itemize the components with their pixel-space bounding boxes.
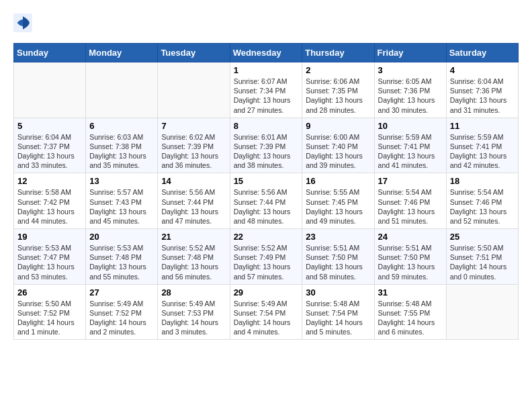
day-info: Sunrise: 5:51 AM Sunset: 7:50 PM Dayligh… [378,243,443,281]
calendar-table: SundayMondayTuesdayWednesdayThursdayFrid… [13,43,519,340]
day-info: Sunrise: 5:48 AM Sunset: 7:54 PM Dayligh… [306,299,370,337]
calendar-cell: 20Sunrise: 5:53 AM Sunset: 7:48 PM Dayli… [86,229,158,285]
day-info: Sunrise: 6:04 AM Sunset: 7:36 PM Dayligh… [450,77,515,115]
day-info: Sunrise: 6:05 AM Sunset: 7:36 PM Dayligh… [378,77,443,115]
day-number: 27 [89,287,154,298]
calendar-body: 1Sunrise: 6:07 AM Sunset: 7:34 PM Daylig… [14,62,519,340]
day-info: Sunrise: 5:55 AM Sunset: 7:45 PM Dayligh… [306,187,370,226]
calendar-cell: 5Sunrise: 6:04 AM Sunset: 7:37 PM Daylig… [14,118,86,173]
day-number: 20 [89,232,154,242]
day-number: 22 [234,232,299,242]
day-number: 3 [378,65,443,75]
day-info: Sunrise: 5:58 AM Sunset: 7:42 PM Dayligh… [17,187,82,226]
calendar-cell [86,62,158,118]
day-info: Sunrise: 5:54 AM Sunset: 7:46 PM Dayligh… [378,187,443,226]
day-number: 2 [306,65,370,75]
day-number: 26 [17,287,82,298]
day-info: Sunrise: 5:59 AM Sunset: 7:41 PM Dayligh… [378,132,443,171]
calendar-cell [446,284,518,340]
calendar-cell: 8Sunrise: 6:01 AM Sunset: 7:39 PM Daylig… [230,118,302,173]
calendar-cell: 15Sunrise: 5:56 AM Sunset: 7:44 PM Dayli… [230,173,302,229]
calendar-cell: 27Sunrise: 5:49 AM Sunset: 7:52 PM Dayli… [86,284,158,340]
column-header-monday: Monday [86,44,158,62]
day-info: Sunrise: 5:50 AM Sunset: 7:52 PM Dayligh… [17,299,82,337]
day-number: 28 [161,287,226,298]
calendar-cell: 26Sunrise: 5:50 AM Sunset: 7:52 PM Dayli… [14,284,86,340]
day-number: 4 [450,65,515,75]
calendar-header: SundayMondayTuesdayWednesdayThursdayFrid… [14,44,519,62]
day-info: Sunrise: 5:52 AM Sunset: 7:49 PM Dayligh… [234,243,299,281]
day-number: 9 [306,121,370,131]
calendar-cell [158,62,230,118]
calendar-cell: 12Sunrise: 5:58 AM Sunset: 7:42 PM Dayli… [14,173,86,229]
day-info: Sunrise: 5:56 AM Sunset: 7:44 PM Dayligh… [161,187,226,226]
day-info: Sunrise: 6:04 AM Sunset: 7:37 PM Dayligh… [17,132,82,171]
calendar-cell: 13Sunrise: 5:57 AM Sunset: 7:43 PM Dayli… [86,173,158,229]
day-info: Sunrise: 5:48 AM Sunset: 7:55 PM Dayligh… [378,299,443,337]
calendar-cell: 17Sunrise: 5:54 AM Sunset: 7:46 PM Dayli… [374,173,446,229]
column-header-saturday: Saturday [446,44,518,62]
day-number: 1 [234,65,299,75]
day-number: 30 [306,287,370,298]
day-info: Sunrise: 6:00 AM Sunset: 7:40 PM Dayligh… [306,132,370,171]
day-info: Sunrise: 5:57 AM Sunset: 7:43 PM Dayligh… [89,187,154,226]
day-info: Sunrise: 5:50 AM Sunset: 7:51 PM Dayligh… [450,243,515,281]
calendar-cell: 16Sunrise: 5:55 AM Sunset: 7:45 PM Dayli… [302,173,374,229]
day-info: Sunrise: 5:52 AM Sunset: 7:48 PM Dayligh… [161,243,226,281]
column-header-sunday: Sunday [14,44,86,62]
column-header-friday: Friday [374,44,446,62]
day-number: 15 [234,176,299,186]
column-header-wednesday: Wednesday [230,44,302,62]
day-number: 23 [306,232,370,242]
calendar-week-3: 12Sunrise: 5:58 AM Sunset: 7:42 PM Dayli… [14,173,519,229]
day-info: Sunrise: 5:53 AM Sunset: 7:47 PM Dayligh… [17,243,82,281]
calendar-cell: 23Sunrise: 5:51 AM Sunset: 7:50 PM Dayli… [302,229,374,285]
calendar-cell: 11Sunrise: 5:59 AM Sunset: 7:41 PM Dayli… [446,118,518,173]
day-info: Sunrise: 5:59 AM Sunset: 7:41 PM Dayligh… [450,132,515,171]
calendar-cell: 4Sunrise: 6:04 AM Sunset: 7:36 PM Daylig… [446,62,518,118]
day-number: 17 [378,176,443,186]
calendar-cell: 30Sunrise: 5:48 AM Sunset: 7:54 PM Dayli… [302,284,374,340]
calendar-cell: 1Sunrise: 6:07 AM Sunset: 7:34 PM Daylig… [230,62,302,118]
calendar-cell: 6Sunrise: 6:03 AM Sunset: 7:38 PM Daylig… [86,118,158,173]
calendar-cell [14,62,86,118]
day-number: 21 [161,232,226,242]
day-info: Sunrise: 6:01 AM Sunset: 7:39 PM Dayligh… [234,132,299,171]
day-number: 12 [17,176,82,186]
logo [13,13,36,32]
calendar-week-4: 19Sunrise: 5:53 AM Sunset: 7:47 PM Dayli… [14,229,519,285]
day-info: Sunrise: 6:07 AM Sunset: 7:34 PM Dayligh… [234,77,299,115]
logo-icon [13,13,32,32]
day-number: 13 [89,176,154,186]
day-number: 6 [89,121,154,131]
day-number: 24 [378,232,443,242]
day-info: Sunrise: 5:51 AM Sunset: 7:50 PM Dayligh… [306,243,370,281]
day-info: Sunrise: 5:54 AM Sunset: 7:46 PM Dayligh… [450,187,515,226]
page-header [13,13,519,32]
header-row: SundayMondayTuesdayWednesdayThursdayFrid… [14,44,519,62]
day-number: 10 [378,121,443,131]
calendar-cell: 25Sunrise: 5:50 AM Sunset: 7:51 PM Dayli… [446,229,518,285]
calendar-cell: 29Sunrise: 5:49 AM Sunset: 7:54 PM Dayli… [230,284,302,340]
calendar-cell: 31Sunrise: 5:48 AM Sunset: 7:55 PM Dayli… [374,284,446,340]
day-number: 11 [450,121,515,131]
day-number: 25 [450,232,515,242]
day-number: 8 [234,121,299,131]
day-number: 16 [306,176,370,186]
day-number: 7 [161,121,226,131]
day-info: Sunrise: 6:03 AM Sunset: 7:38 PM Dayligh… [89,132,154,171]
calendar-cell: 7Sunrise: 6:02 AM Sunset: 7:39 PM Daylig… [158,118,230,173]
day-number: 19 [17,232,82,242]
calendar-cell: 21Sunrise: 5:52 AM Sunset: 7:48 PM Dayli… [158,229,230,285]
day-number: 29 [234,287,299,298]
day-info: Sunrise: 5:56 AM Sunset: 7:44 PM Dayligh… [234,187,299,226]
day-number: 31 [378,287,443,298]
column-header-thursday: Thursday [302,44,374,62]
calendar-cell: 24Sunrise: 5:51 AM Sunset: 7:50 PM Dayli… [374,229,446,285]
day-info: Sunrise: 5:49 AM Sunset: 7:53 PM Dayligh… [161,299,226,337]
calendar-cell: 14Sunrise: 5:56 AM Sunset: 7:44 PM Dayli… [158,173,230,229]
calendar-cell: 3Sunrise: 6:05 AM Sunset: 7:36 PM Daylig… [374,62,446,118]
calendar-week-5: 26Sunrise: 5:50 AM Sunset: 7:52 PM Dayli… [14,284,519,340]
calendar-week-1: 1Sunrise: 6:07 AM Sunset: 7:34 PM Daylig… [14,62,519,118]
day-info: Sunrise: 5:49 AM Sunset: 7:52 PM Dayligh… [89,299,154,337]
